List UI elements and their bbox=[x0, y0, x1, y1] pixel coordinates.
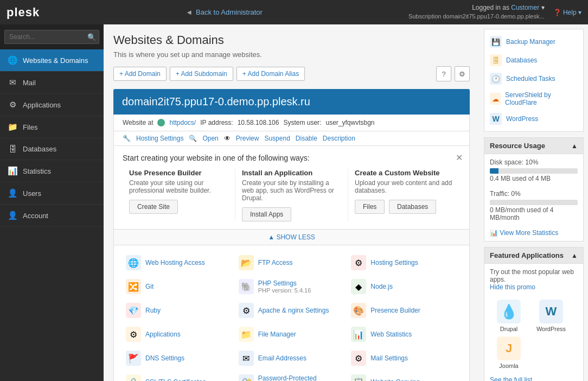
app-item-php[interactable]: 🐘 PHP Settings PHP version: 5.4.16 bbox=[235, 275, 348, 299]
website-copying-link[interactable]: Website Copying bbox=[370, 378, 420, 381]
help-icon-button[interactable]: ? bbox=[436, 66, 451, 81]
preview-link[interactable]: Preview bbox=[236, 135, 259, 142]
app-item-web-hosting[interactable]: 🌐 Web Hosting Access bbox=[123, 251, 235, 275]
description-link[interactable]: Description bbox=[323, 135, 355, 142]
suspend-link[interactable]: Suspend bbox=[264, 135, 290, 142]
app-item-apache[interactable]: ⚙ Apache & nginx Settings bbox=[235, 299, 348, 322]
app-item-ruby[interactable]: 💎 Ruby bbox=[123, 299, 235, 322]
resource-usage-chevron: ▲ bbox=[571, 142, 578, 150]
show-less-button[interactable]: ▲ SHOW LESS bbox=[113, 230, 470, 245]
app-item-git[interactable]: 🔀 Git bbox=[123, 275, 235, 299]
app-item-password-protected[interactable]: 🔐 Password-Protected Directories bbox=[235, 370, 348, 381]
featured-app-drupal[interactable]: 💧 Drupal bbox=[490, 300, 528, 332]
search-input[interactable] bbox=[4, 30, 99, 44]
app-item-applications[interactable]: ⚙ Applications bbox=[123, 322, 235, 346]
create-site-button[interactable]: Create Site bbox=[129, 200, 178, 214]
hide-promo-link[interactable]: Hide this promo bbox=[490, 283, 535, 291]
sidebar-item-websites-domains[interactable]: 🌐 Websites & Domains bbox=[0, 49, 104, 72]
website-copying-icon: 📋 bbox=[351, 374, 366, 381]
web-hosting-link[interactable]: Web Hosting Access bbox=[145, 259, 205, 266]
nodejs-link[interactable]: Node.js bbox=[370, 283, 393, 290]
ssl-icon: 🔒 bbox=[126, 374, 141, 381]
app-item-dns[interactable]: 🚩 DNS Settings bbox=[123, 346, 235, 370]
sidebar-item-label: Account bbox=[23, 212, 48, 220]
ssl-link[interactable]: SSL/TLS Certificates bbox=[145, 378, 206, 381]
quick-link-backup[interactable]: 💾 Backup Manager bbox=[484, 33, 583, 51]
email-link[interactable]: Email Addresses bbox=[258, 354, 306, 362]
file-manager-link[interactable]: File Manager bbox=[258, 331, 296, 338]
sidebar-item-users[interactable]: 👤 Users bbox=[0, 182, 104, 205]
sidebar-item-account[interactable]: 👤 Account bbox=[0, 205, 104, 227]
add-domain-alias-button[interactable]: + Add Domain Alias bbox=[237, 67, 305, 81]
customer-dropdown[interactable]: Customer bbox=[511, 4, 539, 11]
app-item-ssl[interactable]: 🔒 SSL/TLS Certificates bbox=[123, 370, 235, 381]
sidebar-item-databases[interactable]: 🗄 Databases bbox=[0, 138, 104, 160]
dns-link[interactable]: DNS Settings bbox=[145, 354, 184, 362]
mail-settings-link[interactable]: Mail Settings bbox=[370, 354, 408, 362]
databases-icon: 🗄 bbox=[8, 144, 17, 154]
app-item-website-copying[interactable]: 📋 Website Copying bbox=[348, 370, 461, 381]
sidebar-item-files[interactable]: 📁 Files bbox=[0, 116, 104, 138]
sidebar-item-mail[interactable]: ✉ Mail bbox=[0, 72, 104, 94]
start-box-close-button[interactable]: ✕ bbox=[456, 153, 463, 163]
app-item-email[interactable]: ✉ Email Addresses bbox=[235, 346, 348, 370]
quick-link-databases[interactable]: 🗄 Databases bbox=[484, 51, 583, 69]
featured-app-joomla[interactable]: J Joomla bbox=[490, 336, 528, 369]
quick-link-servershield[interactable]: ☁ ServerShield by CloudFlare bbox=[484, 88, 583, 110]
files-button[interactable]: Files bbox=[355, 200, 385, 214]
sidebar-search-container: 🔍 bbox=[0, 24, 104, 49]
presence-builder-app-link[interactable]: Presence Builder bbox=[370, 307, 420, 314]
apache-link[interactable]: Apache & nginx Settings bbox=[258, 307, 329, 314]
disk-progress-bar bbox=[490, 168, 498, 174]
app-item-ftp[interactable]: 📂 FTP Access bbox=[235, 251, 348, 275]
help-button[interactable]: ❓ Help ▾ bbox=[553, 9, 581, 16]
git-link[interactable]: Git bbox=[145, 283, 154, 290]
quick-link-scheduled-tasks[interactable]: 🕐 Scheduled Tasks bbox=[484, 69, 583, 88]
php-link[interactable]: PHP Settings bbox=[258, 280, 297, 287]
disable-link[interactable]: Disable bbox=[296, 135, 317, 142]
back-to-administrator-link[interactable]: Back to Administrator bbox=[196, 8, 263, 16]
domain-actions-bar: 🔧 Hosting Settings 🔍 Open 👁 Preview Susp… bbox=[113, 131, 470, 146]
start-box-title: Start creating your website in one of th… bbox=[123, 154, 461, 162]
hosting-settings-app-link[interactable]: Hosting Settings bbox=[370, 259, 418, 266]
resource-usage-header[interactable]: Resource Usage ▲ bbox=[484, 138, 583, 154]
wordpress-featured-icon: W bbox=[539, 300, 563, 323]
add-subdomain-button[interactable]: + Add Subdomain bbox=[170, 67, 233, 81]
servershield-icon: ☁ bbox=[490, 93, 501, 105]
install-apps-button[interactable]: Install Apps bbox=[242, 207, 291, 221]
featured-apps-header[interactable]: Featured Applications ▲ bbox=[484, 247, 583, 264]
hosting-settings-link[interactable]: Hosting Settings bbox=[136, 135, 183, 142]
see-full-list-link[interactable]: See the full list bbox=[490, 376, 532, 381]
quick-link-wordpress[interactable]: W WordPress bbox=[484, 110, 583, 128]
add-domain-button[interactable]: + Add Domain bbox=[113, 67, 167, 81]
open-link[interactable]: Open bbox=[202, 135, 218, 142]
settings-icon-button[interactable]: ⚙ bbox=[455, 66, 470, 81]
applications-app-link[interactable]: Applications bbox=[145, 331, 181, 338]
password-protected-link[interactable]: Password-Protected Directories bbox=[258, 374, 317, 381]
start-box: ✕ Start creating your website in one of … bbox=[113, 146, 470, 230]
sidebar-item-applications[interactable]: ⚙ Applications bbox=[0, 94, 104, 116]
databases-button[interactable]: Databases bbox=[389, 200, 436, 214]
app-item-nodejs[interactable]: ◆ Node.js bbox=[348, 275, 461, 299]
app-row-5: 🚩 DNS Settings ✉ Email Addresses ⚙ Mail … bbox=[123, 346, 461, 370]
app-row-3: 💎 Ruby ⚙ Apache & nginx Settings 🎨 Prese… bbox=[123, 299, 461, 322]
view-more-stats-link[interactable]: View More Statistics bbox=[500, 229, 558, 237]
web-hosting-icon: 🌐 bbox=[126, 255, 141, 270]
app-item-file-manager[interactable]: 📁 File Manager bbox=[235, 322, 348, 346]
account-icon: 👤 bbox=[8, 211, 17, 220]
featured-app-wordpress[interactable]: W WordPress bbox=[532, 300, 570, 332]
hosting-settings-icon: ⚙ bbox=[351, 255, 366, 270]
php-version: PHP version: 5.4.16 bbox=[258, 287, 311, 294]
app-row-2: 🔀 Git 🐘 PHP Settings PHP version: 5.4.16… bbox=[123, 275, 461, 299]
sidebar-item-statistics[interactable]: 📊 Statistics bbox=[0, 160, 104, 182]
app-item-mail-settings[interactable]: ⚙ Mail Settings bbox=[348, 346, 461, 370]
web-stats-link[interactable]: Web Statistics bbox=[370, 331, 412, 338]
ftp-link[interactable]: FTP Access bbox=[258, 259, 293, 266]
app-item-presence-builder[interactable]: 🎨 Presence Builder bbox=[348, 299, 461, 322]
httpdocs-link[interactable]: httpdocs/ bbox=[169, 119, 196, 126]
app-item-hosting-settings[interactable]: ⚙ Hosting Settings bbox=[348, 251, 461, 275]
app-item-web-stats[interactable]: 📊 Web Statistics bbox=[348, 322, 461, 346]
custom-website-desc: Upload your web content and add database… bbox=[355, 179, 454, 194]
scheduled-tasks-label: Scheduled Tasks bbox=[506, 75, 555, 82]
ruby-link[interactable]: Ruby bbox=[145, 307, 161, 314]
